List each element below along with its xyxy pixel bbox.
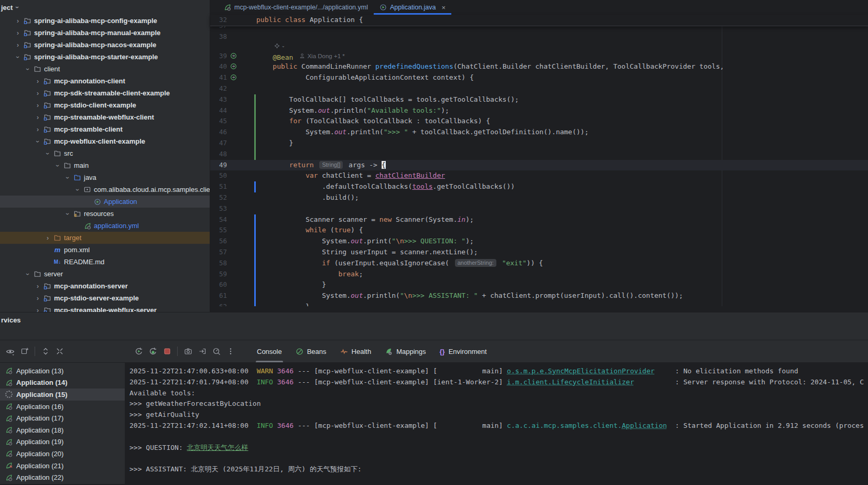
logger-link[interactable]: Application	[622, 422, 667, 429]
tree-item-application-yml[interactable]: application.yml	[0, 220, 210, 232]
code-line[interactable]: 59 break;	[210, 269, 868, 280]
service-item-application-16[interactable]: Application (16)	[0, 401, 125, 413]
code-line[interactable]: 60 }	[210, 279, 868, 290]
code-line[interactable]: 42	[210, 83, 868, 94]
service-item-application-20[interactable]: Application (20)	[0, 448, 125, 460]
editor-tab-application-java[interactable]: Application.java×	[374, 0, 451, 15]
tree-item-mcp-webflux-client-example[interactable]: ›mcp-webflux-client-example	[0, 135, 210, 147]
stop-icon[interactable]	[160, 344, 174, 358]
gauge-icon[interactable]	[209, 344, 223, 358]
tree-item-mcp-stdio-client-example[interactable]: ›mcp-stdio-client-example	[0, 99, 210, 111]
chevron-down-icon[interactable]: ›	[14, 52, 21, 62]
tree-item-readme-md[interactable]: M↓README.md	[0, 256, 210, 268]
code-line[interactable]: 47 }	[210, 138, 868, 149]
chevron-right-icon[interactable]: ›	[33, 307, 42, 312]
tree-item-application[interactable]: Application	[0, 196, 210, 208]
kebab-icon[interactable]	[223, 344, 237, 358]
tree-item-resources[interactable]: ›resources	[0, 208, 210, 220]
code-line[interactable]: 51 .defaultToolCallbacks(tools.getToolCa…	[210, 181, 868, 192]
tab-beans[interactable]: Beans	[289, 340, 333, 362]
rerun-icon[interactable]	[132, 344, 146, 358]
service-item-application-14[interactable]: Application (14)	[0, 377, 125, 389]
code-line[interactable]: 57 String userInput = scanner.nextLine()…	[210, 247, 868, 258]
editor-tab-mcp-webflux-client-example-application-yml[interactable]: mcp-webflux-client-example/.../applicati…	[218, 0, 374, 15]
spring-bean-gutter-icon[interactable]	[230, 74, 237, 81]
tree-item-server[interactable]: ›server	[0, 268, 210, 280]
service-item-application-18[interactable]: Application (18)	[0, 424, 125, 436]
code-line[interactable]: 53	[210, 203, 868, 214]
chevron-right-icon[interactable]: ›	[33, 102, 42, 109]
code-line[interactable]: 46 System.out.println(">>> " + toolCallb…	[210, 127, 868, 138]
tree-item-mcp-streamable-webflux-server[interactable]: ›mcp-streamable-webflux-server	[0, 304, 210, 312]
tab-console[interactable]: Console	[250, 340, 289, 362]
tree-item-target[interactable]: ›target	[0, 232, 210, 244]
service-item-application-17[interactable]: Application (17)	[0, 412, 125, 424]
code-line[interactable]: 32public class Application {	[210, 15, 868, 26]
spring-bean-gutter-icon[interactable]	[230, 52, 237, 59]
tree-item-mcp-streamble-client[interactable]: ›mcp-streamble-client	[0, 123, 210, 135]
tree-item-src[interactable]: ›src	[0, 147, 210, 159]
chevron-right-icon[interactable]: ›	[13, 41, 23, 49]
code-line[interactable]: 45 for (ToolCallback toolCallback : tool…	[210, 116, 868, 127]
chevron-down-icon[interactable]: ›	[24, 270, 31, 279]
chevron-right-icon[interactable]: ›	[33, 126, 42, 133]
code-line[interactable]: 39 @BeanXia Dong +1 *	[210, 51, 868, 62]
logger-link[interactable]: i.m.client.LifecycleInitializer	[507, 378, 634, 386]
code-line[interactable]: 55 while (true) {	[210, 225, 868, 236]
code-line[interactable]: 62 }	[210, 301, 868, 306]
chevron-right-icon[interactable]: ›	[43, 234, 52, 242]
chevron-right-icon[interactable]: ›	[33, 283, 42, 290]
chevron-down-icon[interactable]: ›	[54, 161, 61, 170]
code-line[interactable]: 38	[210, 31, 868, 42]
chevron-down-icon[interactable]: ›	[64, 173, 71, 182]
tree-item-spring-ai-alibaba-mcp-starter-example[interactable]: ›spring-ai-alibaba-mcp-starter-example	[0, 51, 210, 63]
tree-item-mcp-annotation-server[interactable]: ›mcp-annotation-server	[0, 280, 210, 292]
service-item-application-22[interactable]: Application (22)	[0, 471, 125, 483]
tab-environment[interactable]: {}Environment	[433, 340, 494, 362]
tree-item-mcp-sdk-streamable-client-example[interactable]: ›mcp-sdk-streamable-client-example	[0, 87, 210, 99]
exit-icon[interactable]	[195, 344, 209, 358]
console-output[interactable]: 2025-11-22T21:47:00.633+08:00 WARN 3646 …	[125, 363, 868, 484]
chevron-right-icon[interactable]: ›	[33, 90, 42, 97]
chevron-down-icon[interactable]: ›	[64, 209, 71, 219]
code-line[interactable]: 50 var chatClient = chatClientBuilder	[210, 170, 868, 181]
service-item-application-21[interactable]: Application (21)	[0, 460, 125, 472]
tree-item-com-alibaba-cloud-ai-mcp-samples-client[interactable]: ›com.alibaba.cloud.ai.mcp.samples.client	[0, 184, 210, 196]
chevron-down-icon[interactable]: ›	[44, 149, 51, 158]
code-line[interactable]: 41 ConfigurableApplicationContext contex…	[210, 72, 868, 83]
tab-health[interactable]: Health	[333, 340, 378, 362]
tree-item-spring-ai-alibaba-mcp-nacos-example[interactable]: ›spring-ai-alibaba-mcp-nacos-example	[0, 39, 210, 51]
code-area[interactable]: 3738⌄39 @BeanXia Dong +1 *40 public Comm…	[210, 26, 868, 306]
camera-icon[interactable]	[181, 344, 195, 358]
code-line[interactable]: 40 public CommandLineRunner predefinedQu…	[210, 61, 868, 72]
project-selector[interactable]: ject ›	[0, 0, 210, 15]
chevron-right-icon[interactable]: ›	[13, 29, 23, 37]
tree-item-spring-ai-alibaba-mcp-manual-example[interactable]: ›spring-ai-alibaba-mcp-manual-example	[0, 27, 210, 39]
code-line[interactable]: 61 System.out.println("\n>>> ASSISTANT: …	[210, 290, 868, 301]
code-line[interactable]: 52 .build();	[210, 192, 868, 203]
chevron-down-icon[interactable]: ›	[34, 137, 41, 146]
tree-item-pom-xml[interactable]: mpom.xml	[0, 244, 210, 256]
chevron-right-icon[interactable]: ›	[33, 114, 42, 121]
ai-assistant-icon[interactable]: ⌄	[274, 43, 285, 49]
sticky-header-line[interactable]: 32public class Application {	[210, 15, 868, 26]
code-line[interactable]: 44 System.out.println("Available tools:"…	[210, 105, 868, 116]
eye-icon[interactable]	[3, 344, 17, 358]
new-tab-icon[interactable]	[17, 344, 31, 358]
tree-item-mcp-streamable-webflux-client[interactable]: ›mcp-streamable-webflux-client	[0, 111, 210, 123]
code-line[interactable]: 49 return String[] args -> {	[210, 160, 868, 171]
caret[interactable]: {	[382, 161, 386, 169]
code-line[interactable]: 56 System.out.print("\n>>> QUESTION: ");	[210, 236, 868, 247]
service-item-application-13[interactable]: Application (13)	[0, 365, 125, 377]
service-item-application-15[interactable]: Application (15)	[0, 389, 125, 401]
chevron-right-icon[interactable]: ›	[33, 78, 42, 85]
rerun-run-icon[interactable]	[146, 344, 160, 358]
tab-mappings[interactable]: Mappings	[378, 340, 432, 362]
logger-link[interactable]: o.s.m.p.e.SyncMcpElicitationProvider	[507, 367, 655, 375]
collapse-all-icon[interactable]	[52, 344, 67, 358]
code-line[interactable]: 43 ToolCallback[] toolCallbacks = tools.…	[210, 94, 868, 105]
code-line[interactable]: 58 if (userInput.equalsIgnoreCase( anoth…	[210, 258, 868, 269]
chevron-right-icon[interactable]: ›	[13, 17, 23, 25]
expand-all-icon[interactable]	[38, 344, 52, 358]
service-item-application-19[interactable]: Application (19)	[0, 436, 125, 448]
